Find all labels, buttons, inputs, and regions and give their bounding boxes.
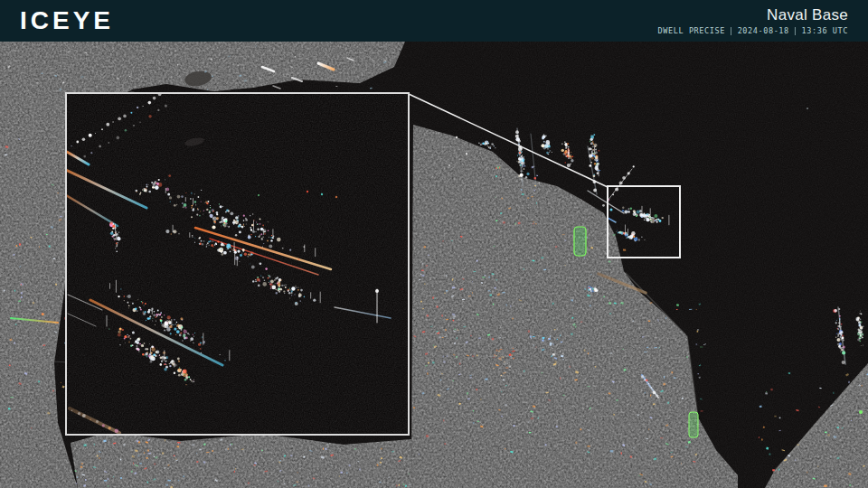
capture-date: 2024-08-18	[738, 26, 789, 35]
app-header: ICEYE Naval Base DWELL PRECISE|2024-08-1…	[0, 0, 868, 42]
capture-meta: DWELL PRECISE|2024-08-18|13:36 UTC	[658, 26, 848, 35]
iceye-logo: ICEYE	[20, 8, 114, 33]
header-right: Naval Base DWELL PRECISE|2024-08-18|13:3…	[658, 6, 848, 35]
page-title: Naval Base	[767, 6, 848, 24]
capture-time: 13:36 UTC	[802, 26, 848, 35]
detail-inset	[66, 92, 409, 435]
meta-separator: |	[793, 26, 798, 35]
naval-base-sar-image	[0, 0, 868, 488]
capture-mode: DWELL PRECISE	[658, 26, 725, 35]
meta-separator: |	[729, 26, 734, 35]
iceye-viewer: ICEYE Naval Base DWELL PRECISE|2024-08-1…	[0, 0, 868, 488]
